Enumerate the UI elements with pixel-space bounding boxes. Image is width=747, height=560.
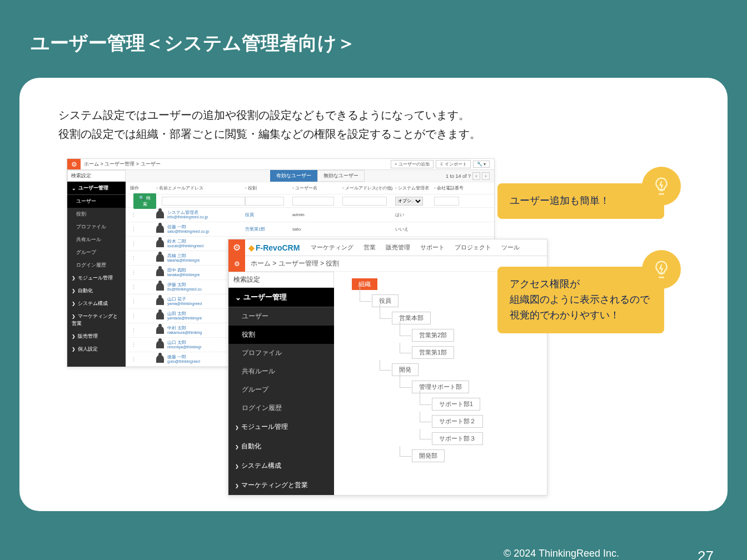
search-button[interactable]: 🔍 検索 xyxy=(133,193,156,209)
user-email: suzuki@thinkingreed xyxy=(167,244,203,248)
page-prev-button[interactable]: ‹ xyxy=(472,172,480,180)
filter-tel-input[interactable] xyxy=(434,197,459,206)
row-handle[interactable]: ⋮ xyxy=(126,342,156,348)
tree-node[interactable]: サポート部２ xyxy=(432,415,483,428)
filter-name-input[interactable] xyxy=(162,197,245,206)
user-role: 役員 xyxy=(245,212,292,218)
page-next-button[interactable]: › xyxy=(482,172,490,180)
sidebar-section[interactable]: モジュール管理 xyxy=(67,272,126,284)
user-icon xyxy=(156,268,164,276)
import-button[interactable]: ⇩ インポート xyxy=(436,160,471,168)
row-handle[interactable]: ⋮ xyxy=(126,212,156,218)
tab-active-users[interactable]: 有効なユーザー xyxy=(270,170,317,182)
user-admin: はい xyxy=(395,212,434,218)
user-name: 伊藤 太郎 xyxy=(167,283,202,287)
user-name: 佐藤 一郎 xyxy=(167,225,209,229)
sidebar-section[interactable]: マーケティングと営業 xyxy=(67,310,126,330)
tree-node[interactable]: サポート部３ xyxy=(432,432,483,445)
sidebar-item[interactable]: 共有ルール xyxy=(228,362,334,381)
user-name: システム管理者 xyxy=(167,211,208,215)
nav-item[interactable]: プロジェクト xyxy=(455,243,491,252)
user-name: 鈴木 二郎 xyxy=(167,239,203,244)
sidebar-section[interactable]: モジュール管理 xyxy=(228,417,334,437)
row-handle[interactable]: ⋮ xyxy=(126,270,156,276)
sidebar-section[interactable]: 個人設定 xyxy=(67,343,126,356)
sidebar-item[interactable]: ログイン履歴 xyxy=(67,259,126,272)
tree-node[interactable]: 開発部 xyxy=(412,449,445,462)
col-username[interactable]: ◦ ユーザー名 xyxy=(292,185,342,191)
tree-node[interactable]: サポート部1 xyxy=(432,398,480,411)
nav-item[interactable]: 販売管理 xyxy=(386,243,410,252)
row-handle[interactable]: ⋮ xyxy=(126,241,156,247)
nav-item[interactable]: サポート xyxy=(420,243,445,252)
row-handle[interactable]: ⋮ xyxy=(126,313,156,319)
sidebar-item[interactable]: ログイン履歴 xyxy=(228,399,334,417)
callout-access-tree: アクセス権限が組織図のように表示されるので視覚的でわかりやすい！ xyxy=(497,267,664,333)
lightbulb-icon xyxy=(642,167,681,206)
col-role[interactable]: ◦ 役割 xyxy=(245,185,292,191)
nav-item[interactable]: ツール xyxy=(501,243,520,252)
search-settings[interactable]: 検索設定 xyxy=(67,170,126,182)
nav-item[interactable]: 営業 xyxy=(363,243,376,252)
gear-icon[interactable]: ⚙ xyxy=(67,159,81,169)
user-email: tanaka@thinkingre xyxy=(167,273,200,277)
user-role: 営業第1部 xyxy=(245,226,292,232)
user-email: takaha@thinkingre xyxy=(167,258,200,262)
tree-node[interactable]: 営業第1部 xyxy=(412,346,454,359)
user-name: 山口 花子 xyxy=(167,297,202,302)
col-name[interactable]: ◦ 名前とメールアドレス xyxy=(156,185,245,191)
row-handle[interactable]: ⋮ xyxy=(126,227,156,232)
filter-role-input[interactable] xyxy=(245,197,284,206)
row-handle[interactable]: ⋮ xyxy=(126,284,156,290)
col-tel[interactable]: ◦ 会社電話番号 xyxy=(434,185,467,191)
sidebar-item[interactable]: ユーザー xyxy=(228,307,334,326)
filter-uname-input[interactable] xyxy=(292,197,334,206)
sidebar-section[interactable]: 自動化 xyxy=(67,284,126,297)
col-email[interactable]: ◦ メールアドレス(その他) xyxy=(342,185,395,191)
tree-node[interactable]: 営業第2部 xyxy=(412,329,454,342)
user-username: admin xyxy=(292,212,342,217)
sidebar-item[interactable]: 役割 xyxy=(228,326,334,344)
row-handle[interactable]: ⋮ xyxy=(126,357,156,362)
filter-mail-input[interactable] xyxy=(342,197,387,206)
description: システム設定ではユーザーの追加や役割の設定などもできるようになっています。 役割… xyxy=(58,106,689,143)
sidebar-section-user-mgmt[interactable]: ユーザー管理 xyxy=(228,288,334,307)
tab-inactive-users[interactable]: 無効なユーザー xyxy=(317,170,365,182)
sidebar-item[interactable]: プロファイル xyxy=(67,221,126,233)
sidebar-section[interactable]: システム構成 xyxy=(67,297,126,310)
app-logo: ◆ F-RevoCRM xyxy=(245,243,300,252)
sidebar-item[interactable]: 役割 xyxy=(67,208,126,221)
search-settings[interactable]: 検索設定 xyxy=(228,272,334,288)
sidebar-section[interactable]: 販売管理 xyxy=(67,330,126,343)
sidebar-item[interactable]: ユーザー xyxy=(67,195,126,208)
table-row[interactable]: ⋮ システム管理者 info@thinkingreed.co.jp 役員 adm… xyxy=(126,208,494,222)
gear-icon[interactable]: ⚙ xyxy=(228,239,245,256)
sidebar-item[interactable]: グループ xyxy=(67,246,126,259)
tools-button[interactable]: 🔧 ▾ xyxy=(473,161,490,168)
sidebar-item[interactable]: プロファイル xyxy=(228,344,334,362)
col-admin[interactable]: ◦ システム管理者 xyxy=(395,185,434,191)
user-email: yama@thinkingreed xyxy=(167,302,202,306)
add-user-button[interactable]: + ユーザーの追加 xyxy=(391,160,434,168)
row-handle[interactable]: ⋮ xyxy=(126,256,156,261)
logo-icon: ◆ xyxy=(248,243,255,252)
row-handle[interactable]: ⋮ xyxy=(126,299,156,304)
sidebar-section[interactable]: マーケティングと営業 xyxy=(228,476,334,495)
user-email: ito@thinkingreed.co xyxy=(167,287,202,291)
gear-icon[interactable]: ⚙ xyxy=(228,256,245,272)
sidebar-item[interactable]: 共有ルール xyxy=(67,233,126,246)
tree-node[interactable]: 営業本部 xyxy=(392,312,431,324)
user-name: 高橋 三郎 xyxy=(167,254,200,258)
sidebar-item[interactable]: グループ xyxy=(228,381,334,399)
sidebar: 検索設定 ユーザー管理 ユーザー役割プロファイル共有ルールグループログイン履歴 … xyxy=(228,272,334,495)
nav-item[interactable]: マーケティング xyxy=(311,243,353,252)
table-row[interactable]: ⋮ 佐藤 一郎 sato@thinkingreed.co.jp 営業第1部 sa… xyxy=(126,222,494,237)
filter-admin-select[interactable]: オプシ… xyxy=(395,197,423,206)
sidebar-section[interactable]: 自動化 xyxy=(228,437,334,456)
row-handle[interactable]: ⋮ xyxy=(126,328,156,333)
user-email: ninomiya@thinkingr xyxy=(167,345,202,349)
sidebar-section[interactable]: システム構成 xyxy=(228,456,334,476)
sidebar-section-user-mgmt[interactable]: ユーザー管理 xyxy=(67,182,126,195)
breadcrumb: ホーム > ユーザー管理 > ユーザー xyxy=(81,159,391,169)
user-username: sato xyxy=(292,227,342,232)
